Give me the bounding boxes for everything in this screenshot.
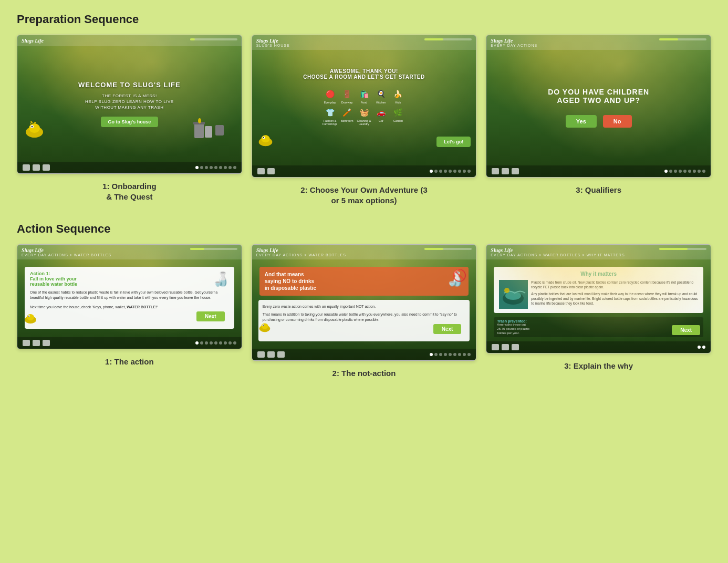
dot-1 [195, 166, 199, 169]
room-doorway[interactable]: 🚪Doorway [339, 88, 354, 105]
room-food-label: Food [361, 101, 368, 105]
dot-q6 [688, 170, 691, 173]
home-icon-na [257, 351, 265, 358]
qualifiers-card: Slugs Life EVERY DAY ACTIONS DO YOU HAVE… [486, 35, 711, 178]
qualifiers-app-name: Slugs Life [491, 38, 537, 44]
onboarding-card-footer [17, 162, 242, 173]
dot-q2 [669, 170, 672, 173]
not-action-footer [252, 349, 476, 360]
action-next-button[interactable]: Next [196, 311, 225, 321]
no-button[interactable]: No [603, 115, 632, 128]
home-icon-2 [257, 168, 265, 174]
welcome-title: WELCOME TO SLUG'S LIFE [78, 81, 181, 89]
action-card-footer [17, 337, 242, 349]
dot-q5 [683, 170, 687, 173]
not-action-detail: That means in addition to taking your re… [263, 312, 466, 322]
go-to-slug-house-button[interactable]: Go to Slug's house [101, 117, 159, 127]
slug-not-action-icon [257, 319, 272, 334]
onboarding-app-name: Slugs Life [22, 38, 44, 44]
room-food[interactable]: 🛍️Food [357, 88, 371, 105]
svg-rect-8 [205, 126, 212, 138]
room-fashion-icon: 👕 [324, 107, 336, 118]
svg-point-4 [30, 121, 32, 123]
room-bathroom-icon: 🪥 [341, 107, 353, 118]
action-reminder: Next time you leave the house, check 'Ke… [30, 305, 229, 310]
room-food-icon: 🛍️ [358, 88, 370, 100]
qualifiers-card-wrapper: Slugs Life EVERY DAY ACTIONS DO YOU HAVE… [486, 35, 711, 205]
action-card-content: Action 1:Fall in love with yourreusable … [17, 259, 242, 329]
qualifiers-label: 3: Qualifiers [576, 185, 621, 195]
not-action-progress-fill [424, 248, 443, 250]
dot-8 [228, 166, 232, 169]
room-bathroom[interactable]: 🪥Bathroom [339, 107, 354, 126]
room-kids[interactable]: 🍌Kids [391, 88, 405, 105]
not-action-card-wrapper: Slugs Life EVERY DAY ACTIONS > WATER BOT… [252, 244, 477, 379]
flag-icon [33, 164, 40, 171]
dot-na5 [449, 353, 452, 356]
action-subtitle: EVERY DAY ACTIONS > WATER BOTTLES [22, 253, 111, 257]
room-garden-icon: 🌿 [392, 107, 404, 118]
slug-character-icon [23, 117, 46, 141]
flag-icon-a [33, 340, 40, 346]
room-kids-label: Kids [396, 101, 401, 105]
room-kitchen-icon: 🍳 [375, 88, 387, 100]
explain-text-1: Plastic is made from crude oil. New plas… [531, 280, 698, 289]
action-app-name: Slugs Life [22, 247, 111, 253]
action-next-footer: Next [34, 311, 225, 321]
room-everyday-label: Everyday [324, 101, 336, 105]
svg-point-26 [504, 288, 509, 293]
room-everyday[interactable]: 🔴Everyday [323, 88, 337, 105]
action-box-title: Action 1:Fall in love with yourreusable … [30, 271, 77, 287]
choose-room-card-wrapper: Slugs Life SLUG'S HOUSE AWESOME, THANK Y… [252, 35, 477, 205]
explain-next-button[interactable]: Next [672, 325, 700, 335]
action-card-wrapper: Slugs Life EVERY DAY ACTIONS > WATER BOT… [17, 244, 242, 379]
dot-a2 [200, 341, 203, 345]
room-kids-icon: 🍌 [392, 88, 404, 100]
explain-footer-dots [698, 346, 705, 349]
explain-footer [486, 341, 711, 353]
dot-na2 [434, 353, 438, 356]
room-kitchen-label: Kitchen [376, 101, 386, 105]
svg-point-24 [503, 292, 524, 305]
qualifiers-progress-bar [659, 38, 706, 40]
dot-a4 [210, 341, 213, 345]
not-action-progress-bar [424, 248, 472, 250]
svg-point-5 [35, 122, 36, 123]
dot-9 [233, 166, 236, 169]
dot-na7 [458, 353, 461, 356]
choose-room-label: 2: Choose Your Own Adventure (3or 5 max … [300, 185, 427, 205]
dot-r8 [463, 170, 466, 173]
home-icon-3 [492, 168, 499, 174]
room-car-icon: 🚗 [375, 107, 387, 118]
not-action-next-button[interactable]: Next [433, 324, 462, 334]
room-cleaning[interactable]: 🧺Cleaning &Laundry [357, 107, 371, 126]
not-action-title: And that meanssaying NO to drinksin disp… [265, 271, 316, 291]
section-gap: Action Sequence [17, 222, 711, 236]
dot-a3 [205, 341, 208, 345]
water-bottle-icon: 🍶 [212, 271, 229, 287]
explain-progress-fill [659, 248, 688, 250]
dot-a1 [195, 341, 199, 345]
yes-button[interactable]: Yes [566, 115, 597, 128]
room-bathroom-label: Bathroom [341, 119, 353, 123]
dot-q1 [664, 170, 668, 173]
room-car[interactable]: 🚗Car [373, 107, 388, 126]
not-action-card: Slugs Life EVERY DAY ACTIONS > WATER BOT… [252, 244, 477, 361]
explain-label: 3: Explain the why [564, 361, 633, 371]
room-garden[interactable]: 🌿Garden [391, 107, 405, 126]
room-fashion[interactable]: 👕Fashion &Furnishings [323, 107, 337, 126]
dot-a9 [233, 341, 236, 345]
room-kitchen[interactable]: 🍳Kitchen [373, 88, 388, 105]
action-section-title: Action Sequence [17, 222, 711, 236]
dot-a7 [224, 341, 227, 345]
lets-go-button[interactable]: Let's go! [436, 137, 471, 147]
action-progress-fill [190, 248, 204, 250]
menu-icon-na [277, 351, 285, 358]
choose-room-footer [252, 165, 476, 177]
not-action-spacer [252, 345, 476, 349]
explain-card: Slugs Life EVERY DAY ACTIONS > WATER BOT… [486, 244, 711, 353]
svg-point-16 [27, 314, 34, 320]
dot-4 [210, 166, 213, 169]
not-action-app-name: Slugs Life [256, 247, 346, 253]
explain-footer-icons [492, 344, 519, 350]
